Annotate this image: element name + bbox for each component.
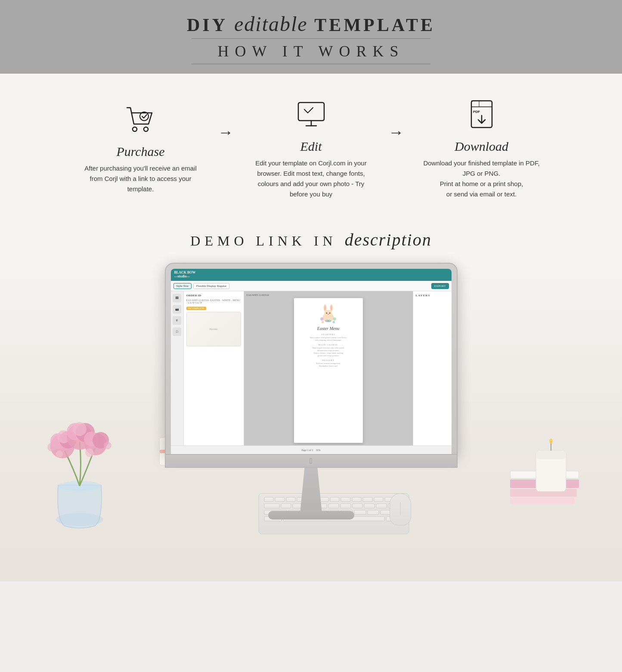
sidebar-photos-icon[interactable]: 📷 [173,305,181,314]
step-download: PDF Download Download your finished temp… [413,95,551,199]
imac-neck [300,468,322,511]
doc-dessert: DESSERT [322,359,334,361]
layers-label: LAYERS [416,294,449,297]
purchase-desc: After purchasing you'll receive an email… [80,163,201,194]
imac-base [268,511,354,520]
candle-group [532,438,570,495]
sidebar-images-icon[interactable]: 🖼 [173,294,181,302]
doc-starters: STARTERS [321,333,335,336]
corjl-document: Easter Menu STARTERS Fancy tomato fresh … [294,298,363,443]
how-it-works-section: Purchase After purchasing you'll receive… [0,74,622,217]
scene-container: BLACK BOW —studio— Style Text Flexible D… [0,254,622,582]
svg-point-35 [56,451,63,457]
svg-point-0 [144,127,148,131]
svg-point-42 [549,439,553,444]
svg-point-38 [104,442,111,449]
purchase-title: Purchase [72,144,210,159]
corjl-bottombar: Page 1 of 2 33% [171,445,452,454]
order-file-label: EAS-WHT-12-B3516 [247,294,269,296]
download-title: Download [413,139,551,154]
corjl-editor: BLACK BOW —studio— Style Text Flexible D… [171,269,452,454]
svg-point-15 [320,317,323,320]
demo-title: DEMO LINK IN description [9,230,613,250]
corjl-orders-panel: ORDER ID EAS-WHT-12-B3516- EASTER - WHIT… [184,291,244,445]
header-title-line1: DIY editable TEMPLATE [9,12,613,36]
header-section: DIY editable TEMPLATE HOW IT WORKS [0,0,622,74]
imac-chin:  [165,455,458,468]
svg-point-12 [326,312,327,314]
doc-title: Easter Menu [317,326,339,331]
step-edit: Edit Edit your template on Corjl.com in … [242,95,380,199]
purchase-icon-container [72,100,210,139]
export-btn[interactable]: EXPORT [431,283,449,289]
edit-icon-container [242,95,380,134]
svg-rect-3 [298,103,324,121]
corjl-layers-panel: LAYERS [413,291,452,445]
svg-point-21 [328,320,329,322]
svg-point-1 [133,127,137,131]
svg-point-13 [329,312,331,314]
cart-icon [124,103,158,137]
arrow-1: → [218,123,234,141]
download-icon-container: PDF [413,95,551,134]
svg-point-14 [328,314,329,315]
svg-point-11 [331,305,332,310]
header-editable: editable [234,12,308,35]
svg-text:PDF: PDF [473,110,480,114]
header-template: TEMPLATE [314,15,435,35]
incomplete-badge: INCOMPLETE [186,307,206,310]
corjl-left-sidebar: 🖼 📷 T □ [171,291,184,445]
edit-desc: Edit your template on Corjl.com in your … [251,158,371,199]
header-subtitle: HOW IT WORKS [9,36,613,64]
svg-point-9 [324,305,326,310]
sidebar-bg-icon[interactable]: □ [173,327,181,336]
svg-rect-40 [536,451,566,459]
corjl-topbar: BLACK BOW —studio— [171,269,452,281]
download-desc: Download your finished template in PDF, … [421,158,542,199]
steps-row: Purchase After purchasing you'll receive… [34,95,588,199]
flowers-vase-left [26,373,133,538]
step-purchase: Purchase After purchasing you'll receive… [72,100,210,194]
imac-screen: BLACK BOW —studio— Style Text Flexible D… [171,269,452,454]
apple-logo-icon:  [309,457,313,466]
svg-point-31 [73,422,87,436]
order-code: EAS-WHT-12-B3516- EASTER - WHITE - MENU … [186,299,241,304]
page-label: Page 1 of 2 [301,449,313,451]
style-text-btn[interactable]: Style Text [173,283,192,289]
bunny-illustration [316,302,340,326]
candle-svg [532,438,570,494]
canvas-toolbar: EAS-WHT-12-B3516 [247,294,410,296]
svg-point-37 [47,443,56,451]
svg-point-17 [322,321,324,324]
monitor-icon [294,97,328,132]
font-selector[interactable]: Flexible Display Regular [193,283,229,289]
demo-script: description [345,230,432,249]
sidebar-text-icon[interactable]: T [173,316,181,325]
imac-screen-frame: BLACK BOW —studio— Style Text Flexible D… [165,263,458,455]
svg-point-16 [333,317,336,320]
corjl-toolbar: Style Text Flexible Display Regular EXPO… [171,281,452,291]
how-it-works-title: HOW IT WORKS [192,38,430,64]
order-thumbnail: Preview [186,312,241,346]
header-diy: DIY [187,15,227,35]
doc-main: MAIN COURSE [319,344,338,346]
corjl-canvas: EAS-WHT-12-B3516 [244,291,413,445]
imac-computer: BLACK BOW —studio— Style Text Flexible D… [165,263,458,520]
svg-point-36 [85,448,94,457]
pdf-download-icon: PDF [464,97,499,132]
order-id-label: ORDER ID [186,294,241,297]
zoom-level: 33% [316,449,321,451]
flowers-svg [26,373,133,537]
corjl-brand: BLACK BOW —studio— [174,271,196,279]
demo-section: DEMO LINK IN description [0,217,622,254]
edit-title: Edit [242,139,380,154]
arrow-2: → [389,123,404,141]
svg-point-18 [333,321,335,324]
demo-prefix: DEMO LINK IN [190,233,337,249]
corjl-main-area: 🖼 📷 T □ ORDER ID EAS-WHT-12-B3516- EASTE… [171,291,452,445]
